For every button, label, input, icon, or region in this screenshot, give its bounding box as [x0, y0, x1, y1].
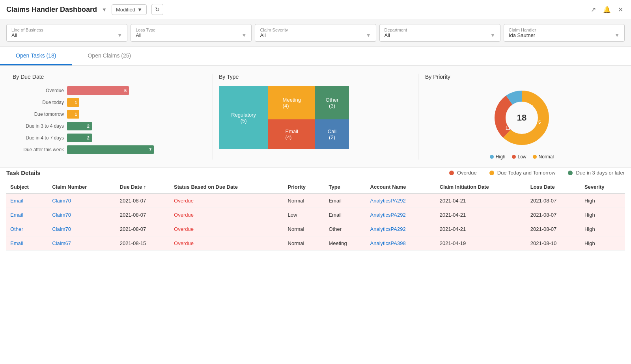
col-header-4[interactable]: Priority: [284, 181, 325, 193]
header-icons: ↗ 🔔 ✕: [589, 4, 625, 15]
filter-item-2[interactable]: Claim Severity All ▼: [255, 24, 376, 42]
legend-label-0: High: [496, 154, 506, 160]
cell-status-0: Overdue: [170, 193, 284, 208]
cell-claim-2[interactable]: Claim70: [48, 222, 116, 236]
account-link-0[interactable]: AnalyticsPA292: [370, 198, 406, 204]
status-dot-2: [568, 171, 573, 175]
modified-dropdown[interactable]: Modified ▼: [112, 4, 147, 15]
cell-lossdate-1: 2021-08-07: [526, 208, 581, 222]
cell-account-0[interactable]: AnalyticsPA292: [366, 193, 436, 208]
filter-value-3: All ▼: [385, 32, 495, 38]
modified-chevron-icon: ▼: [137, 7, 142, 13]
close-button[interactable]: ✕: [616, 4, 625, 15]
bar-row: Overdue 5: [13, 86, 206, 95]
subject-link-2[interactable]: Other: [10, 226, 23, 232]
by-due-date-title: By Due Date: [13, 74, 206, 80]
cell-priority-3: Normal: [284, 236, 325, 251]
filter-chevron-icon-1: ▼: [242, 32, 247, 38]
task-details-header: Task Details Overdue Due Today and Tomor…: [0, 168, 631, 181]
filter-label-3: Department: [385, 28, 495, 32]
col-header-3[interactable]: Status Based on Due Date: [170, 181, 284, 193]
cell-severity-3: High: [581, 236, 625, 251]
cell-severity-1: High: [581, 208, 625, 222]
cell-claim-0[interactable]: Claim70: [48, 193, 116, 208]
col-header-8[interactable]: Loss Date: [526, 181, 581, 193]
cell-subject-1[interactable]: Email: [6, 208, 48, 222]
status-legend-label-2: Due in 3 days or later: [576, 170, 625, 176]
table-row: Other Claim70 2021-08-07 Overdue Normal …: [6, 222, 625, 236]
subject-link-3[interactable]: Email: [10, 240, 23, 246]
bell-button[interactable]: 🔔: [601, 4, 612, 15]
by-due-date-section: By Due Date Overdue 5 Due today 1 Due to…: [6, 74, 213, 160]
by-priority-title: By Priority: [425, 74, 618, 80]
cell-duedate-1: 2021-08-07: [116, 208, 170, 222]
bar-fill-4: 2: [67, 134, 92, 142]
dashboard-title: Claims Handler Dashboard: [6, 6, 97, 14]
cell-subject-0[interactable]: Email: [6, 193, 48, 208]
cell-subject-3[interactable]: Email: [6, 236, 48, 251]
claim-link-0[interactable]: Claim70: [52, 198, 71, 204]
account-link-2[interactable]: AnalyticsPA292: [370, 226, 406, 232]
table-row: Email Claim67 2021-08-15 Overdue Normal …: [6, 236, 625, 251]
account-link-1[interactable]: AnalyticsPA292: [370, 212, 406, 218]
cell-initiation-2: 2021-04-21: [436, 222, 526, 236]
table-row: Email Claim70 2021-08-07 Overdue Low Ema…: [6, 208, 625, 222]
treemap-email: Email(4): [268, 119, 315, 149]
claim-link-2[interactable]: Claim70: [52, 226, 71, 232]
treemap-call: Call(2): [315, 119, 349, 149]
filter-chevron-icon-0: ▼: [117, 32, 122, 38]
col-header-2[interactable]: Due Date ↑: [116, 181, 170, 193]
col-header-1[interactable]: Claim Number: [48, 181, 116, 193]
cell-claim-1[interactable]: Claim70: [48, 208, 116, 222]
subject-link-0[interactable]: Email: [10, 198, 23, 204]
cell-account-1[interactable]: AnalyticsPA292: [366, 208, 436, 222]
cell-duedate-2: 2021-08-07: [116, 222, 170, 236]
legend-label-1: Low: [518, 154, 526, 160]
cell-account-2[interactable]: AnalyticsPA292: [366, 222, 436, 236]
filter-chevron-icon-3: ▼: [490, 32, 495, 38]
bar-track-1: 1: [67, 98, 206, 107]
col-header-9[interactable]: Severity: [581, 181, 625, 193]
refresh-button[interactable]: ↻: [151, 4, 163, 15]
cell-priority-2: Normal: [284, 222, 325, 236]
bar-label-1: Due today: [13, 100, 64, 105]
cell-severity-0: High: [581, 193, 625, 208]
donut-legend: High Low Normal: [490, 154, 554, 160]
col-header-6[interactable]: Account Name: [366, 181, 436, 193]
cell-initiation-0: 2021-04-21: [436, 193, 526, 208]
filter-item-1[interactable]: Loss Type All ▼: [131, 24, 252, 42]
table-row: Email Claim70 2021-08-07 Overdue Normal …: [6, 193, 625, 208]
treemap: Regulatory(5) Meeting(4) Other(3) Email(…: [219, 86, 349, 149]
legend-item-2: Normal: [533, 154, 554, 160]
tab-0[interactable]: Open Tasks (18): [0, 47, 72, 65]
bar-row: Due after this week 7: [13, 145, 206, 154]
col-header-0[interactable]: Subject: [6, 181, 48, 193]
bar-track-4: 2: [67, 134, 206, 142]
bar-fill-3: 2: [67, 122, 92, 130]
col-header-7[interactable]: Claim Initiation Date: [436, 181, 526, 193]
header: Claims Handler Dashboard ▼ Modified ▼ ↻ …: [0, 0, 631, 19]
filter-item-4[interactable]: Claim Handler Ida Sautner ▼: [504, 24, 625, 42]
status-legend-label-1: Due Today and Tomorrow: [497, 170, 556, 176]
subject-link-1[interactable]: Email: [10, 212, 23, 218]
filter-item-3[interactable]: Department All ▼: [379, 24, 500, 42]
cell-type-3: Meeting: [325, 236, 366, 251]
claim-link-1[interactable]: Claim70: [52, 212, 71, 218]
cell-subject-2[interactable]: Other: [6, 222, 48, 236]
filter-item-0[interactable]: Line of Business All ▼: [6, 24, 127, 42]
status-legend-label-0: Overdue: [457, 170, 477, 176]
title-dropdown-icon[interactable]: ▼: [102, 7, 107, 13]
bar-chart: Overdue 5 Due today 1 Due tomorrow 1 Due…: [13, 86, 206, 154]
bar-fill-1: 1: [67, 98, 79, 107]
account-link-3[interactable]: AnalyticsPA398: [370, 240, 406, 246]
bar-track-5: 7: [67, 145, 206, 154]
tab-1[interactable]: Open Claims (25): [72, 47, 147, 65]
claim-link-3[interactable]: Claim67: [52, 240, 71, 246]
cell-claim-3[interactable]: Claim67: [48, 236, 116, 251]
bar-label-0: Overdue: [13, 88, 64, 93]
task-table: SubjectClaim NumberDue Date ↑Status Base…: [6, 181, 625, 251]
col-header-5[interactable]: Type: [325, 181, 366, 193]
cell-account-3[interactable]: AnalyticsPA398: [366, 236, 436, 251]
export-button[interactable]: ↗: [589, 4, 597, 15]
filter-label-2: Claim Severity: [260, 28, 371, 32]
